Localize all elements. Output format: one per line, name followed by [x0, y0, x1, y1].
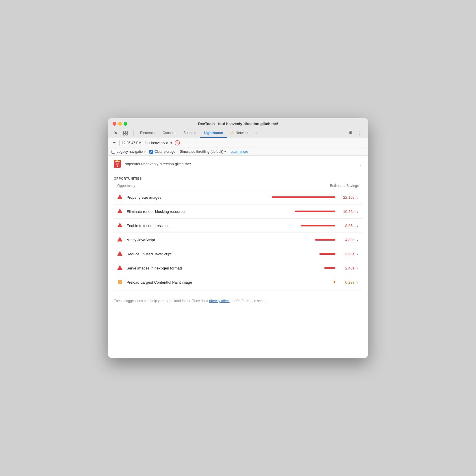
url-display: 12:35:47 PM - foul-heavenly-c ▾ — [122, 141, 172, 145]
savings-value: 10.25s — [340, 209, 354, 214]
savings-bar — [315, 239, 335, 241]
throttle-dropdown-arrow[interactable]: ▾ — [224, 150, 226, 153]
savings-value: 3.60s — [340, 252, 354, 256]
more-tabs-button[interactable]: » — [252, 129, 261, 138]
inspect-icon[interactable] — [122, 130, 129, 137]
tab-elements[interactable]: Elements — [136, 129, 159, 138]
savings-value: 4.80s — [340, 238, 354, 242]
tab-network-label: Network — [236, 131, 248, 135]
savings-value: 2.40s — [340, 266, 354, 270]
savings-bar-container — [301, 225, 335, 226]
cursor-icon[interactable] — [113, 130, 120, 137]
throttling-label: Simulated throttling (default) — [180, 150, 223, 154]
main-content: https://foul-heavenly-direction.glitch.m… — [108, 156, 368, 358]
expand-chevron-icon[interactable]: ∨ — [356, 209, 359, 213]
legacy-navigation-label: Legacy navigation — [117, 150, 145, 154]
savings-bar — [295, 211, 335, 212]
legacy-navigation-option[interactable]: Legacy navigation — [111, 150, 145, 154]
dropdown-arrow[interactable]: ▾ — [170, 141, 172, 145]
savings-value: 8.85s — [340, 224, 354, 228]
legacy-navigation-checkbox[interactable] — [111, 150, 115, 154]
error-triangle-icon — [117, 223, 123, 228]
expand-chevron-icon[interactable]: ∨ — [356, 280, 359, 284]
tab-lighthouse[interactable]: Lighthouse — [200, 129, 227, 138]
title-bar: DevTools - foul-heavenly-direction.glitc… — [108, 118, 368, 138]
browser-window: DevTools - foul-heavenly-direction.glitc… — [108, 118, 368, 358]
opportunity-label: Enable text compression — [127, 224, 301, 228]
tab-network[interactable]: ⚠ Network — [227, 128, 252, 138]
opportunity-row-reduce-unused-javascript[interactable]: Reduce unused JavaScript 3.60s ∨ — [114, 247, 362, 261]
opportunity-row-preload-lcp-image[interactable]: Preload Largest Contentful Paint image 0… — [114, 275, 362, 289]
opportunity-row-properly-size-images[interactable]: Properly size images 22.10s ∨ — [114, 190, 362, 204]
more-options-button[interactable]: ⋮ — [356, 129, 363, 136]
throttling-option: Simulated throttling (default) ▾ — [180, 150, 226, 154]
window-title: DevTools - foul-heavenly-direction.glitc… — [198, 122, 278, 126]
options-row: Legacy navigation Clear storage Simulate… — [108, 148, 368, 156]
error-triangle-icon — [117, 209, 123, 214]
column-opportunity-header: Opportunity — [117, 184, 135, 188]
url-text: 12:35:47 PM - foul-heavenly-c — [122, 141, 168, 145]
tab-sources[interactable]: Sources — [179, 129, 200, 138]
opportunity-label: Serve images in next-gen formats — [127, 266, 324, 270]
tab-console[interactable]: Console — [159, 129, 179, 138]
clear-storage-checkbox[interactable] — [149, 150, 153, 154]
tab-actions: ⚙ ⋮ — [347, 129, 363, 137]
savings-value: 22.10s — [340, 195, 354, 200]
learn-more-link[interactable]: Learn more — [230, 150, 248, 154]
warning-icon: ⚠ — [231, 131, 235, 135]
opportunities-table-header: Opportunity Estimated Savings — [114, 184, 362, 190]
maximize-button[interactable] — [124, 122, 127, 126]
svg-rect-6 — [116, 163, 119, 163]
svg-rect-8 — [117, 166, 118, 167]
savings-bar-container — [295, 211, 335, 212]
opportunities-section: OPPORTUNITIES Opportunity Estimated Savi… — [108, 172, 368, 294]
error-triangle-icon — [117, 194, 123, 200]
window-controls — [113, 122, 127, 126]
opportunity-row-serve-next-gen-formats[interactable]: Serve images in next-gen formats 2.40s ∨ — [114, 261, 362, 275]
svg-rect-3 — [126, 133, 127, 135]
error-triangle-icon — [117, 251, 123, 257]
savings-bar-container — [319, 253, 335, 255]
opportunity-row-eliminate-render-blocking[interactable]: Eliminate render-blocking resources 10.2… — [114, 204, 362, 219]
svg-rect-0 — [123, 131, 125, 133]
savings-bar — [272, 196, 335, 198]
opportunity-row-enable-text-compression[interactable]: Enable text compression 8.85s ∨ — [114, 219, 362, 233]
toolbar-divider — [119, 140, 120, 146]
warning-square-icon — [117, 279, 123, 285]
savings-bar-container — [315, 239, 335, 241]
lighthouse-more-options-button[interactable]: ⋮ — [358, 161, 363, 167]
devtools-icons — [113, 130, 129, 137]
opportunities-section-title: OPPORTUNITIES — [114, 177, 362, 180]
lighthouse-logo-icon — [113, 159, 122, 168]
opportunity-label: Minify JavaScript — [127, 238, 315, 242]
expand-chevron-icon[interactable]: ∨ — [356, 252, 359, 256]
clear-storage-option[interactable]: Clear storage — [149, 150, 175, 154]
tab-bar: Elements Console Sources Lighthouse ⚠ Ne… — [113, 128, 363, 138]
expand-chevron-icon[interactable]: ∨ — [356, 224, 359, 228]
expand-chevron-icon[interactable]: ∨ — [356, 266, 359, 270]
add-tab-button[interactable]: + — [111, 140, 117, 146]
svg-rect-1 — [123, 133, 125, 135]
error-triangle-icon — [117, 265, 123, 271]
error-triangle-icon — [117, 237, 123, 243]
expand-chevron-icon[interactable]: ∨ — [356, 238, 359, 242]
savings-bar — [324, 267, 335, 269]
footer-note: These suggestions can help your page loa… — [108, 294, 368, 308]
opportunity-label: Reduce unused JavaScript — [127, 252, 319, 256]
close-button[interactable] — [113, 122, 116, 126]
opportunity-row-minify-javascript[interactable]: Minify JavaScript 4.80s ∨ — [114, 233, 362, 247]
savings-bar — [319, 253, 335, 255]
directly-affect-link[interactable]: directly affect — [209, 299, 229, 303]
clear-storage-label: Clear storage — [155, 150, 175, 154]
opportunity-label: Preload Largest Contentful Paint image — [127, 280, 334, 285]
lighthouse-header: https://foul-heavenly-direction.glitch.m… — [108, 156, 368, 172]
savings-bar-container — [272, 196, 335, 198]
lighthouse-url-text: https://foul-heavenly-direction.glitch.m… — [125, 162, 191, 166]
savings-value: 0.23s — [340, 280, 354, 285]
minimize-button[interactable] — [118, 122, 122, 126]
expand-chevron-icon[interactable]: ∨ — [356, 195, 359, 199]
savings-bar — [334, 281, 335, 283]
toolbar-row: + 12:35:47 PM - foul-heavenly-c ▾ 🚫 — [108, 138, 368, 148]
footer-text-before: These suggestions can help your page loa… — [114, 299, 209, 303]
settings-button[interactable]: ⚙ — [347, 129, 354, 136]
